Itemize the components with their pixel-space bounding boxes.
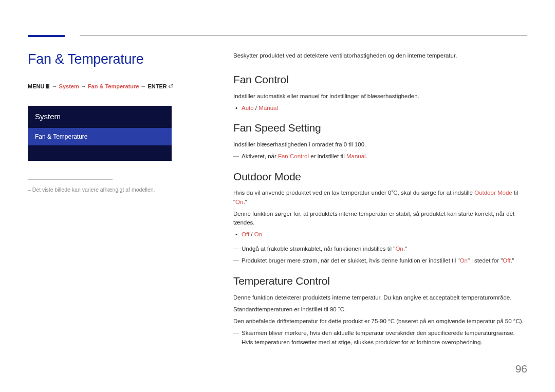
page-title: Fan & Temperature <box>28 49 177 70</box>
outdoor-p2: Denne funktion sørger for, at produktets… <box>233 210 527 228</box>
temp-p3: Den anbefalede driftstemperatur for dett… <box>233 317 527 326</box>
fan-control-options: Auto / Manual <box>242 104 527 113</box>
option-sep: / <box>249 231 254 237</box>
breadcrumb-arrow: → <box>140 83 146 89</box>
note-em: Fan Control <box>278 153 309 159</box>
menu-card: System Fan & Temperature <box>28 106 172 161</box>
model-note: – Det viste billede kan variere afhængig… <box>28 186 177 194</box>
option-on: On <box>254 231 262 237</box>
heading-fan-control: Fan Control <box>233 71 527 88</box>
n1-on: On <box>395 246 403 252</box>
heading-temperature-control: Temperature Control <box>233 273 527 289</box>
p1-on: On <box>235 199 243 205</box>
page-number: 96 <box>515 361 527 377</box>
note-text: Det viste billede kan variere afhængigt … <box>32 186 155 193</box>
note-pre: Aktiveret, når <box>242 153 278 159</box>
section-outdoor-mode: Outdoor Mode Hvis du vil anvende produkt… <box>233 169 527 266</box>
breadcrumb-arrow: → <box>81 83 86 89</box>
breadcrumb-fan-temp: Fan & Temperature <box>88 83 139 89</box>
outdoor-p1: Hvis du vil anvende produktet ved en lav… <box>233 189 527 207</box>
section-fan-control: Fan Control Indstiller automatisk eller … <box>233 71 527 113</box>
breadcrumb-system: System <box>59 83 79 89</box>
note-mid: er indstillet til <box>309 153 346 159</box>
n2-on: On <box>460 257 468 264</box>
intro-text: Beskytter produktet ved at detektere ven… <box>233 51 527 60</box>
divider <box>28 179 113 180</box>
temp-note1: Skærmen bliver mørkere, hvis den aktuell… <box>242 329 527 347</box>
breadcrumb-arrow: → <box>52 83 58 89</box>
temp-p2: Standardtemperaturen er indstillet til 9… <box>233 305 527 314</box>
outdoor-note1: Undgå at frakoble strømkablet, når funkt… <box>242 245 527 254</box>
note-em2: Manual <box>346 153 366 159</box>
option-auto: Auto <box>242 105 254 111</box>
menu-item-fan-temperature[interactable]: Fan & Temperature <box>28 128 172 145</box>
n2-pre: Produktet bruger mere strøm, når det er … <box>242 257 460 264</box>
right-column: Beskytter produktet ved at detektere ven… <box>233 51 527 354</box>
outdoor-note2: Produktet bruger mere strøm, når det er … <box>242 256 527 266</box>
breadcrumb: MENU Ⅲ → System → Fan & Temperature → EN… <box>28 82 177 91</box>
horizontal-rule <box>80 35 527 36</box>
n2-end: ." <box>510 257 514 264</box>
heading-outdoor-mode: Outdoor Mode <box>233 169 527 185</box>
p1-pre: Hvis du vil anvende produktet ved en lav… <box>233 190 474 196</box>
menu-padding <box>28 145 172 161</box>
option-off: Off <box>242 231 249 237</box>
breadcrumb-menu: MENU <box>28 83 44 89</box>
breadcrumb-enter: ENTER <box>147 83 166 89</box>
accent-bar <box>28 35 65 37</box>
section-temperature-control: Temperature Control Denne funktion detek… <box>233 273 527 347</box>
fan-control-desc: Indstiller automatisk eller manuel for i… <box>233 92 527 101</box>
p1-end: ." <box>243 199 247 205</box>
option-manual: Manual <box>258 105 278 111</box>
fan-speed-desc: Indstiller blæserhastigheden i området f… <box>233 140 527 149</box>
menu-header: System <box>28 106 172 128</box>
left-column: Fan & Temperature MENU Ⅲ → System → Fan … <box>28 49 177 194</box>
n2-off: Off <box>503 257 510 264</box>
enter-icon: ⏎ <box>169 83 173 89</box>
n2-mid: " i stedet for " <box>468 257 503 264</box>
section-fan-speed: Fan Speed Setting Indstiller blæserhasti… <box>233 120 527 161</box>
outdoor-options: Off / On <box>242 230 527 239</box>
fan-speed-note: Aktiveret, når Fan Control er indstillet… <box>242 152 527 161</box>
note-dash: – <box>28 186 32 193</box>
heading-fan-speed: Fan Speed Setting <box>233 120 527 136</box>
menu-icon: Ⅲ <box>46 83 50 89</box>
note-end: . <box>366 153 367 159</box>
n1-pre: Undgå at frakoble strømkablet, når funkt… <box>242 246 395 252</box>
temp-p1: Denne funktion detekterer produktets int… <box>233 293 527 302</box>
option-sep: / <box>254 105 259 111</box>
n1-end: ." <box>403 246 407 252</box>
p1-em: Outdoor Mode <box>474 190 512 196</box>
